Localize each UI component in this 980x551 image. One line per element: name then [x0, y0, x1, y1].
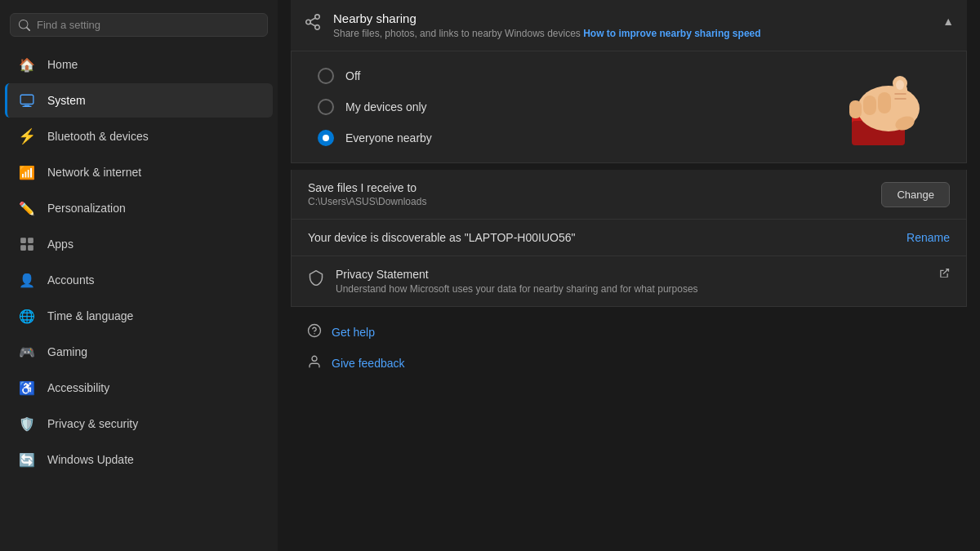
sidebar-item-label-update: Windows Update: [47, 453, 134, 466]
gaming-icon: 🎮: [18, 343, 36, 361]
section-subtitle: Share files, photos, and links to nearby…: [333, 28, 761, 39]
give-feedback-label: Give feedback: [332, 357, 405, 370]
radio-label-everyone: Everyone nearby: [345, 131, 432, 144]
privacy-title: Privacy Statement: [336, 268, 698, 281]
sidebar-item-label-accounts: Accounts: [47, 273, 95, 287]
svg-rect-5: [20, 245, 26, 251]
shield-icon: [308, 269, 324, 290]
search-icon: [19, 20, 30, 31]
sidebar-item-label-gaming: Gaming: [47, 345, 87, 358]
sidebar-item-privacy[interactable]: 🛡️ Privacy & security: [5, 407, 273, 441]
system-icon: [18, 91, 36, 109]
svg-line-10: [310, 23, 315, 26]
accessibility-icon: ♿: [18, 379, 36, 397]
privacy-statement-row[interactable]: Privacy Statement Understand how Microso…: [291, 256, 967, 307]
sidebar-item-label-system: System: [47, 94, 86, 107]
get-help-link[interactable]: Get help: [307, 323, 951, 341]
svg-point-23: [896, 80, 904, 90]
hand-pointer-illustration: [811, 60, 950, 169]
svg-rect-2: [22, 106, 31, 107]
sidebar-item-update[interactable]: 🔄 Windows Update: [5, 442, 273, 477]
sidebar-item-accessibility[interactable]: ♿ Accessibility: [5, 371, 273, 405]
svg-rect-6: [28, 245, 33, 251]
svg-rect-19: [849, 100, 862, 118]
sidebar-item-personalization[interactable]: ✏️ Personalization: [5, 191, 273, 225]
privacy-subtitle: Understand how Microsoft uses your data …: [336, 283, 698, 295]
share-icon: [304, 13, 322, 35]
section-title: Nearby sharing: [333, 11, 761, 25]
external-link-icon[interactable]: [938, 268, 950, 282]
radio-label-off: Off: [345, 69, 360, 82]
accounts-icon: 👤: [18, 271, 36, 289]
update-icon: 🔄: [18, 451, 36, 469]
sidebar-item-label-apps: Apps: [47, 238, 74, 251]
sidebar-item-accounts[interactable]: 👤 Accounts: [5, 263, 273, 297]
sidebar-item-network[interactable]: 📶 Network & internet: [5, 155, 273, 189]
device-discoverable-row: Your device is discoverable as "LAPTOP-H…: [291, 220, 967, 256]
svg-rect-4: [28, 238, 33, 243]
svg-point-24: [309, 325, 321, 337]
apps-icon: [18, 235, 36, 253]
get-help-label: Get help: [332, 326, 375, 339]
save-files-path: C:\Users\ASUS\Downloads: [308, 196, 426, 207]
search-bar[interactable]: [10, 13, 268, 37]
sidebar: 🏠 Home System ⚡ Bluetooth & devices 📶 Ne…: [0, 0, 278, 551]
feedback-icon: [307, 354, 322, 372]
sidebar-item-bluetooth[interactable]: ⚡ Bluetooth & devices: [5, 119, 273, 153]
home-icon: 🏠: [18, 56, 36, 73]
content-area: Nearby sharing Share files, photos, and …: [278, 0, 980, 408]
chevron-up-icon[interactable]: ▲: [942, 15, 954, 28]
svg-rect-0: [20, 95, 33, 104]
privacy-left: Privacy Statement Understand how Microso…: [308, 268, 698, 295]
time-icon: 🌐: [18, 307, 36, 325]
search-input[interactable]: [37, 19, 259, 31]
sidebar-item-label-bluetooth: Bluetooth & devices: [47, 130, 149, 143]
main-content: Nearby sharing Share files, photos, and …: [278, 0, 980, 551]
bottom-links: Get help Give feedback: [291, 307, 967, 389]
sidebar-item-label-privacy: Privacy & security: [47, 417, 138, 430]
sidebar-item-label-time: Time & language: [47, 309, 133, 322]
get-help-icon: [307, 323, 322, 341]
radio-button-my-devices[interactable]: [318, 99, 334, 115]
sidebar-item-time[interactable]: 🌐 Time & language: [5, 299, 273, 333]
save-files-row: Save files I receive to C:\Users\ASUS\Do…: [291, 170, 967, 220]
section-header-text: Nearby sharing Share files, photos, and …: [333, 11, 761, 39]
personalization-icon: ✏️: [18, 199, 36, 217]
radio-options-card: Off My devices only Everyone nearby: [291, 51, 967, 163]
sidebar-item-label-personalization: Personalization: [47, 202, 126, 215]
nearby-sharing-header: Nearby sharing Share files, photos, and …: [291, 0, 967, 51]
svg-rect-18: [863, 96, 876, 115]
give-feedback-link[interactable]: Give feedback: [307, 354, 951, 372]
svg-rect-17: [878, 92, 891, 113]
privacy-text: Privacy Statement Understand how Microso…: [336, 268, 698, 295]
save-files-label: Save files I receive to: [308, 181, 426, 194]
save-files-text: Save files I receive to C:\Users\ASUS\Do…: [308, 181, 426, 207]
sidebar-item-home[interactable]: 🏠 Home: [5, 47, 273, 82]
network-icon: 📶: [18, 163, 36, 181]
svg-point-26: [312, 356, 317, 361]
change-button[interactable]: Change: [881, 182, 950, 207]
sidebar-item-label-home: Home: [47, 58, 78, 71]
radio-label-my-devices: My devices only: [345, 100, 427, 113]
radio-button-everyone[interactable]: [318, 130, 334, 146]
device-name-label: Your device is discoverable as "LAPTOP-H…: [308, 231, 575, 244]
svg-line-11: [310, 18, 315, 21]
sidebar-item-label-network: Network & internet: [47, 166, 141, 179]
sidebar-item-gaming[interactable]: 🎮 Gaming: [5, 335, 273, 369]
section-header-left: Nearby sharing Share files, photos, and …: [304, 11, 761, 39]
privacy-icon: 🛡️: [18, 415, 36, 433]
sidebar-item-system[interactable]: System: [5, 83, 273, 118]
improve-speed-link[interactable]: How to improve nearby sharing speed: [583, 28, 760, 39]
rename-link[interactable]: Rename: [906, 231, 950, 244]
sidebar-item-apps[interactable]: Apps: [5, 227, 273, 261]
bluetooth-icon: ⚡: [18, 127, 36, 145]
radio-button-off[interactable]: [318, 68, 334, 84]
svg-rect-3: [20, 238, 26, 243]
sidebar-item-label-accessibility: Accessibility: [47, 381, 109, 394]
